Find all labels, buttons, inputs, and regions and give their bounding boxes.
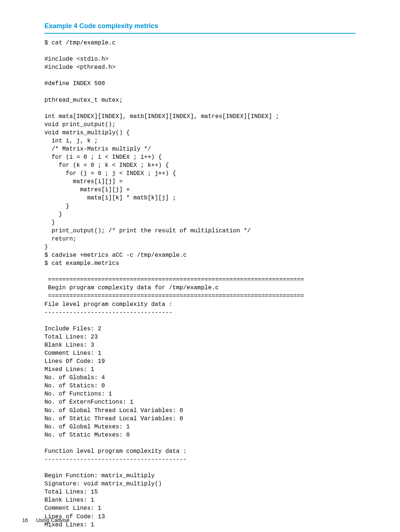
page-number: 16 — [22, 517, 28, 523]
section-name: Using Cadvise — [36, 517, 69, 523]
code-block: $ cat /tmp/example.c #include <stdio.h> … — [44, 39, 356, 529]
page-footer: 16 Using Cadvise — [22, 517, 70, 523]
title-divider — [44, 33, 356, 34]
example-title: Example 4 Code complexity metrics — [44, 22, 356, 30]
document-page: Example 4 Code complexity metrics $ cat … — [0, 0, 400, 532]
